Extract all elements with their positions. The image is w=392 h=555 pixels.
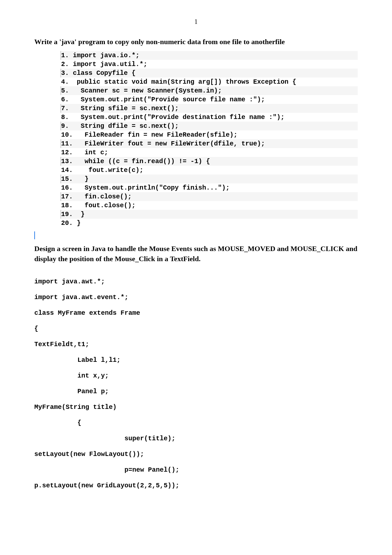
code-line: Label l,l1; — [34, 357, 358, 363]
code-line: p.setLayout(new GridLayout(2,2,5,5)); — [34, 482, 358, 489]
code-line: import java.awt.event.*; — [34, 294, 358, 301]
code-line: 10. FileReader fin = new FileReader(sfil… — [60, 130, 358, 139]
heading-2: Design a screen in Java to handle the Mo… — [34, 244, 358, 264]
code-line: int x,y; — [34, 373, 358, 379]
code-line: TextFieldt,t1; — [34, 341, 358, 348]
text-cursor — [34, 231, 35, 239]
code-line: 6. System.out.print("Provide source file… — [60, 95, 358, 104]
code-line: 12. int c; — [60, 148, 358, 157]
code-line: MyFrame(String title) — [34, 404, 358, 411]
code-line: 5. Scanner sc = new Scanner(System.in); — [60, 86, 358, 95]
code-line: super(title); — [34, 435, 358, 442]
code-line: 2. import java.util.*; — [60, 60, 358, 69]
code-line: 1. import java.io.*; — [60, 51, 358, 60]
code-line: import java.awt.*; — [34, 278, 358, 285]
code-line: 7. String sfile = sc.next(); — [60, 104, 358, 113]
code-line: 14. fout.write(c); — [60, 166, 358, 175]
code-line: { — [34, 420, 358, 426]
code-block-2: import java.awt.*; import java.awt.event… — [34, 278, 358, 489]
code-line: 18. fout.close(); — [60, 201, 358, 210]
code-line: 8. System.out.print("Provide destination… — [60, 113, 358, 122]
code-line: setLayout(new FlowLayout()); — [34, 451, 358, 458]
code-line: 17. fin.close(); — [60, 192, 358, 201]
code-line: Panel p; — [34, 388, 358, 395]
code-line: 9. String dfile = sc.next(); — [60, 122, 358, 130]
heading-1: Write a 'java' program to copy only non-… — [34, 37, 358, 47]
code-line: class MyFrame extends Frame — [34, 310, 358, 316]
code-line: 3. class Copyfile { — [60, 69, 358, 77]
code-line: 19. } — [60, 210, 358, 219]
code-line: 11. FileWriter fout = new FileWriter(dfi… — [60, 139, 358, 148]
code-block-1: 1. import java.io.*; 2. import java.util… — [60, 51, 358, 227]
code-line: 4. public static void main(String arg[])… — [60, 77, 358, 86]
code-line: p=new Panel(); — [34, 467, 358, 473]
code-line: 13. while ((c = fin.read()) != -1) { — [60, 157, 358, 166]
page-number: 1 — [34, 18, 358, 25]
code-line: { — [34, 326, 358, 332]
document-page: 1 Write a 'java' program to copy only no… — [0, 0, 392, 555]
code-line: 20. } — [60, 219, 358, 227]
code-line: 15. } — [60, 175, 358, 183]
code-line: 16. System.out.println("Copy finish...")… — [60, 183, 358, 192]
